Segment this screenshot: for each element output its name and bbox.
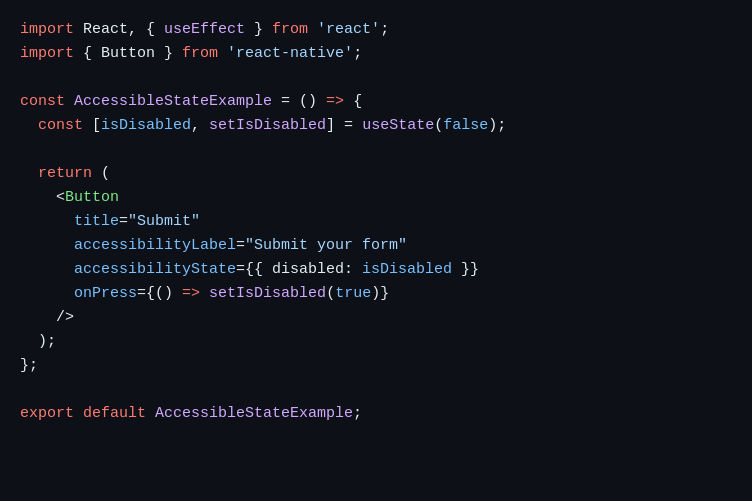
- code-token: {: [146, 18, 164, 42]
- code-line: accessibilityState={{ disabled: isDisabl…: [20, 258, 732, 282]
- code-token: <: [56, 186, 65, 210]
- code-token: accessibilityLabel: [74, 234, 236, 258]
- code-token: ;: [380, 18, 389, 42]
- code-token: from: [272, 18, 308, 42]
- code-token: isDisabled: [362, 258, 452, 282]
- code-token: React,: [74, 18, 146, 42]
- code-token: [20, 258, 74, 282]
- code-line: const [isDisabled, setIsDisabled] = useS…: [20, 114, 732, 138]
- code-token: />: [20, 306, 74, 330]
- code-line: import React, { useEffect } from 'react'…: [20, 18, 732, 42]
- code-token: "Submit": [128, 210, 200, 234]
- code-token: (): [299, 90, 326, 114]
- code-editor: import React, { useEffect } from 'react'…: [0, 0, 752, 501]
- code-token: default: [83, 402, 146, 426]
- code-token: true: [335, 282, 371, 306]
- code-token: ;: [353, 402, 362, 426]
- code-token: )}: [371, 282, 389, 306]
- code-token: setIsDisabled: [209, 114, 326, 138]
- code-token: [20, 186, 56, 210]
- code-token: const: [38, 114, 83, 138]
- code-token: }: [245, 18, 272, 42]
- code-token: [: [83, 114, 101, 138]
- code-token: disabled:: [263, 258, 362, 282]
- code-token: ,: [191, 114, 209, 138]
- code-token: isDisabled: [101, 114, 191, 138]
- code-token: ;: [353, 42, 362, 66]
- code-token: [20, 210, 74, 234]
- code-line: );: [20, 330, 732, 354]
- code-token: Button: [65, 186, 119, 210]
- code-token: [20, 234, 74, 258]
- code-token: useState: [362, 114, 434, 138]
- code-token: import: [20, 42, 74, 66]
- code-token: =>: [326, 90, 344, 114]
- code-token: 'react-native': [227, 42, 353, 66]
- code-token: accessibilityState: [74, 258, 236, 282]
- code-token: ={{: [236, 258, 263, 282]
- code-token: from: [182, 42, 218, 66]
- code-token: [74, 402, 83, 426]
- code-token: [308, 18, 317, 42]
- code-token: }}: [452, 258, 479, 282]
- code-token: [20, 114, 38, 138]
- code-line: <Button: [20, 186, 732, 210]
- code-token: =>: [182, 282, 200, 306]
- code-token: "Submit your form": [245, 234, 407, 258]
- code-line: accessibilityLabel="Submit your form": [20, 234, 732, 258]
- code-token: 'react': [317, 18, 380, 42]
- code-line: export default AccessibleStateExample;: [20, 402, 732, 426]
- code-token: AccessibleStateExample: [74, 90, 272, 114]
- code-line: return (: [20, 162, 732, 186]
- code-token: [20, 162, 38, 186]
- code-token: (: [92, 162, 110, 186]
- code-token: import: [20, 18, 74, 42]
- code-token: AccessibleStateExample: [155, 402, 353, 426]
- code-token: [20, 282, 74, 306]
- code-token: ] =: [326, 114, 362, 138]
- code-token: (: [434, 114, 443, 138]
- code-token: =: [236, 234, 245, 258]
- code-line: [20, 138, 732, 162]
- code-line: [20, 66, 732, 90]
- code-token: [200, 282, 209, 306]
- code-token: [218, 42, 227, 66]
- code-token: };: [20, 354, 38, 378]
- code-line: [20, 378, 732, 402]
- code-line: />: [20, 306, 732, 330]
- code-token: {: [344, 90, 362, 114]
- code-line: const AccessibleStateExample = () => {: [20, 90, 732, 114]
- code-token: false: [443, 114, 488, 138]
- code-token: =: [119, 210, 128, 234]
- code-token: onPress: [74, 282, 137, 306]
- code-token: (: [326, 282, 335, 306]
- code-token: );: [488, 114, 506, 138]
- code-line: import { Button } from 'react-native';: [20, 42, 732, 66]
- code-token: );: [20, 330, 56, 354]
- code-token: =: [272, 90, 299, 114]
- code-token: title: [74, 210, 119, 234]
- code-token: export: [20, 402, 74, 426]
- code-token: [146, 402, 155, 426]
- code-token: [74, 42, 83, 66]
- code-token: (): [155, 282, 182, 306]
- code-token: [65, 90, 74, 114]
- code-token: setIsDisabled: [209, 282, 326, 306]
- code-token: ={: [137, 282, 155, 306]
- code-token: { Button }: [83, 42, 182, 66]
- code-token: return: [38, 162, 92, 186]
- code-token: const: [20, 90, 65, 114]
- code-line: onPress={() => setIsDisabled(true)}: [20, 282, 732, 306]
- code-line: title="Submit": [20, 210, 732, 234]
- code-line: };: [20, 354, 732, 378]
- code-token: useEffect: [164, 18, 245, 42]
